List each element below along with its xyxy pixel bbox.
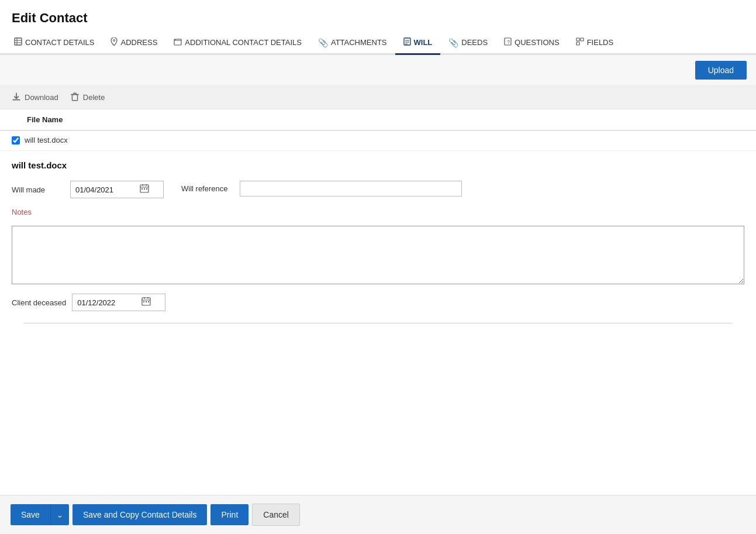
will-made-input-wrap[interactable] — [70, 181, 164, 198]
page-title: Edit Contact — [0, 0, 756, 32]
svg-rect-16 — [581, 38, 584, 41]
svg-rect-0 — [15, 38, 22, 45]
file-toolbar: Download Delete — [0, 86, 756, 109]
tab-fields-label: FIELDS — [587, 38, 614, 47]
table-icon — [14, 37, 22, 47]
svg-rect-29 — [146, 188, 147, 190]
svg-rect-27 — [141, 188, 143, 190]
image-icon — [174, 38, 182, 47]
svg-rect-28 — [144, 188, 145, 190]
will-made-field: Will made — [12, 181, 164, 198]
tab-deeds[interactable]: 📎 DEEDS — [440, 32, 496, 55]
will-made-calendar-icon[interactable] — [140, 184, 149, 195]
svg-text:?: ? — [507, 39, 510, 45]
document-icon — [403, 37, 411, 47]
svg-rect-15 — [577, 42, 579, 45]
delete-label: Delete — [83, 93, 105, 102]
tab-deeds-label: DEEDS — [461, 38, 488, 47]
will-reference-input[interactable] — [240, 181, 462, 197]
question-icon: ? — [504, 37, 512, 47]
tab-attachments-label: ATTACHMENTS — [331, 38, 387, 47]
delete-button[interactable]: Delete — [70, 92, 105, 103]
svg-rect-18 — [72, 95, 77, 101]
tab-bar: CONTACT DETAILS ADDRESS ADDITIONAL CONTA… — [0, 32, 756, 55]
table-row[interactable]: will test.docx — [0, 130, 756, 151]
svg-rect-36 — [148, 301, 149, 302]
notes-textarea[interactable] — [12, 226, 744, 284]
tab-additional-contact[interactable]: ADDITIONAL CONTACT DETAILS — [165, 32, 310, 55]
will-form-row1: Will made — [12, 181, 744, 198]
tab-contact-details-label: CONTACT DETAILS — [25, 38, 94, 47]
notes-field: Notes — [12, 208, 744, 284]
svg-rect-34 — [143, 301, 144, 302]
paperclip-icon: 📎 — [318, 38, 328, 47]
will-form: will test.docx Will made — [0, 151, 756, 329]
tab-questions-label: QUESTIONS — [515, 38, 560, 47]
file-name-cell: will test.docx — [25, 136, 68, 144]
tab-fields[interactable]: FIELDS — [568, 32, 622, 55]
tab-will-label: WILL — [414, 38, 433, 47]
svg-rect-35 — [146, 301, 147, 302]
tab-attachments[interactable]: 📎 ATTACHMENTS — [310, 32, 395, 55]
tab-will[interactable]: WILL — [395, 32, 441, 55]
download-button[interactable]: Download — [12, 92, 58, 103]
will-made-input[interactable] — [75, 185, 140, 194]
paperclip2-icon: 📎 — [448, 38, 458, 47]
tab-additional-contact-label: ADDITIONAL CONTACT DETAILS — [185, 38, 302, 47]
svg-point-4 — [113, 40, 115, 42]
download-icon — [12, 92, 21, 103]
download-label: Download — [25, 93, 58, 102]
tab-contact-details[interactable]: CONTACT DETAILS — [6, 32, 102, 55]
will-reference-label: Will reference — [181, 184, 234, 193]
will-reference-field: Will reference — [181, 181, 462, 197]
client-deceased-label: Client deceased — [12, 298, 66, 307]
file-table: File Name will test.docx — [0, 109, 756, 151]
notes-label: Notes — [12, 208, 64, 216]
upload-bar: Upload — [0, 55, 756, 86]
upload-button[interactable]: Upload — [695, 61, 747, 80]
svg-rect-14 — [577, 38, 579, 41]
tab-address-label: ADDRESS — [120, 38, 157, 47]
will-made-label: Will made — [12, 185, 64, 194]
fields-icon — [576, 37, 584, 47]
client-deceased-row: Client deceased — [12, 294, 744, 311]
client-deceased-input-wrap[interactable] — [72, 294, 165, 311]
client-deceased-input[interactable] — [77, 298, 141, 307]
pin-icon — [111, 37, 118, 47]
tab-questions[interactable]: ? QUESTIONS — [496, 32, 568, 55]
trash-icon — [70, 92, 80, 103]
file-name-header: File Name — [0, 109, 756, 130]
client-deceased-calendar-icon[interactable] — [141, 297, 151, 308]
selected-filename: will test.docx — [12, 160, 744, 170]
file-checkbox[interactable] — [12, 136, 20, 144]
tab-address[interactable]: ADDRESS — [102, 32, 165, 55]
client-deceased-field: Client deceased — [12, 294, 165, 311]
